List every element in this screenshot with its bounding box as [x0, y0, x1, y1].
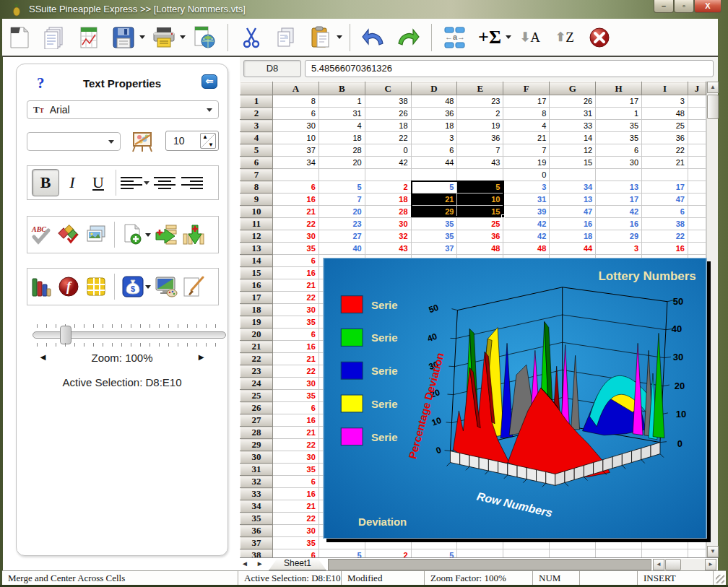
cell[interactable]: 31 — [503, 194, 550, 206]
row-header-38[interactable]: 38 — [240, 549, 273, 558]
row-header-24[interactable]: 24 — [240, 378, 273, 390]
font-size-stepper[interactable]: ▲ ▼ — [200, 133, 216, 149]
spreadsheet-document-button[interactable] — [74, 23, 103, 52]
horizontal-scrollbar[interactable]: ◄ ► — [653, 559, 716, 570]
cell[interactable]: 18 — [365, 194, 411, 206]
cell[interactable] — [365, 537, 411, 549]
cell[interactable]: 2 — [365, 549, 411, 558]
cell[interactable]: 48 — [642, 108, 688, 120]
autosum-menu-caret[interactable] — [506, 35, 511, 39]
cell-reference-box[interactable]: D8 — [243, 60, 301, 77]
cell[interactable]: 17 — [642, 181, 688, 194]
cell[interactable]: 22 — [272, 365, 318, 378]
cell[interactable]: 35 — [596, 120, 642, 132]
cell[interactable]: 16 — [272, 194, 318, 206]
cell[interactable] — [688, 230, 706, 243]
cell[interactable]: 25 — [457, 218, 503, 230]
cell[interactable]: 22 — [642, 144, 688, 157]
cell[interactable]: 36 — [457, 230, 503, 243]
cell[interactable] — [503, 549, 550, 558]
column-header-A[interactable]: A — [272, 82, 318, 95]
zoom-slider-thumb[interactable] — [60, 326, 72, 344]
row-header-14[interactable]: 14 — [240, 255, 273, 267]
cell[interactable]: 30 — [272, 378, 318, 390]
row-header-12[interactable]: 12 — [240, 230, 273, 243]
cell[interactable]: 20 — [318, 157, 365, 169]
spell-check-button[interactable]: ABC — [27, 220, 55, 249]
row-header-27[interactable]: 27 — [240, 414, 273, 427]
cell[interactable]: 44 — [550, 243, 596, 255]
cell[interactable]: 10 — [272, 132, 318, 144]
cell[interactable]: 16 — [642, 243, 688, 255]
paste-menu-caret[interactable] — [337, 35, 342, 39]
cell[interactable]: 40 — [318, 243, 365, 255]
vertical-scroll-thumb[interactable] — [707, 95, 719, 119]
column-header-G[interactable]: G — [550, 82, 596, 95]
cell[interactable]: 32 — [365, 230, 411, 243]
format-painter-button[interactable] — [180, 272, 207, 301]
row-header-28[interactable]: 28 — [240, 427, 273, 439]
cell[interactable]: 36 — [457, 132, 503, 144]
cell[interactable]: 6 — [642, 206, 688, 218]
save-button[interactable] — [109, 23, 138, 52]
cell[interactable]: 35 — [272, 243, 318, 255]
cell[interactable]: 15 — [550, 157, 596, 169]
row-header-35[interactable]: 35 — [240, 513, 273, 525]
insert-row-button[interactable] — [152, 220, 180, 249]
chart-wizard-button[interactable] — [27, 272, 55, 301]
cell[interactable]: 6 — [272, 476, 318, 488]
cell[interactable]: 31 — [550, 108, 596, 120]
cell[interactable]: 8 — [272, 95, 318, 108]
scroll-left-icon[interactable]: ◄ — [653, 559, 664, 570]
cell[interactable]: 30 — [272, 230, 318, 243]
shapes-validate-button[interactable] — [55, 220, 82, 249]
cell[interactable]: 35 — [272, 316, 318, 329]
scroll-up-icon[interactable]: ▲ — [707, 82, 719, 93]
cell[interactable]: 35 — [411, 218, 457, 230]
cell[interactable]: 22 — [272, 218, 318, 230]
cell[interactable]: 2 — [457, 108, 503, 120]
row-header-20[interactable]: 20 — [240, 329, 273, 341]
cell[interactable]: 5 — [411, 181, 457, 194]
cell[interactable]: 14 — [550, 132, 596, 144]
cell[interactable] — [688, 132, 706, 144]
cell[interactable]: 17 — [596, 194, 642, 206]
align-right-button[interactable] — [181, 175, 203, 191]
cell[interactable]: 5 — [318, 181, 365, 194]
cell[interactable]: 18 — [411, 120, 457, 132]
row-header-31[interactable]: 31 — [240, 464, 273, 476]
open-copies-button[interactable] — [40, 23, 69, 52]
row-header-8[interactable]: 8 — [240, 181, 273, 194]
row-header-9[interactable]: 9 — [240, 194, 273, 206]
row-header-11[interactable]: 11 — [240, 218, 273, 230]
underline-button[interactable]: U — [85, 173, 111, 192]
currency-format-button[interactable]: $ — [119, 272, 147, 301]
minimize-button[interactable]: – — [654, 0, 674, 13]
copy-button[interactable] — [272, 23, 300, 52]
cell[interactable] — [550, 549, 596, 558]
font-family-select[interactable]: TT Arial — [27, 100, 219, 119]
cell[interactable]: 5 — [411, 549, 457, 558]
cell[interactable]: 19 — [457, 120, 503, 132]
cell[interactable]: 21 — [411, 194, 457, 206]
cell[interactable]: 43 — [365, 243, 411, 255]
cell[interactable]: 30 — [272, 525, 318, 537]
cell[interactable] — [457, 549, 503, 558]
cell[interactable]: 22 — [365, 132, 411, 144]
cell[interactable] — [688, 218, 706, 230]
cell[interactable]: 48 — [457, 243, 503, 255]
cell[interactable]: 37 — [272, 144, 318, 157]
title-bar[interactable]: SSuite Pineapple Express >> [Lottery Nom… — [0, 0, 728, 19]
cut-button[interactable] — [237, 23, 266, 52]
row-header-32[interactable]: 32 — [240, 476, 273, 488]
cell[interactable]: 34 — [272, 157, 318, 169]
cell[interactable] — [642, 169, 688, 181]
row-header-2[interactable]: 2 — [240, 108, 273, 120]
cell[interactable]: 29 — [596, 230, 642, 243]
row-header-23[interactable]: 23 — [240, 365, 273, 378]
align-center-button[interactable] — [154, 175, 176, 191]
cell[interactable]: 35 — [272, 464, 318, 476]
cell[interactable] — [688, 206, 706, 218]
cell[interactable]: 16 — [272, 414, 318, 427]
align-left-button[interactable] — [121, 175, 142, 191]
